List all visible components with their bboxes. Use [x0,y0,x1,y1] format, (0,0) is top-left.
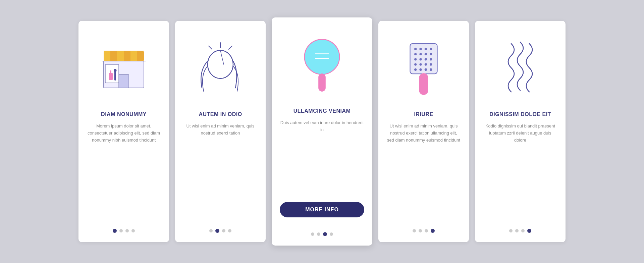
card-3-title: ULLAMCING VENIAM [293,108,351,114]
svg-point-22 [414,48,417,50]
store-icon [97,41,151,95]
more-info-button[interactable]: MORE INFO [280,202,364,217]
svg-point-26 [414,53,417,55]
svg-point-32 [425,58,427,60]
card-1-desc: Morem ipsum dolor sit amet, consectetuer… [87,123,161,222]
dot-2 [119,229,123,232]
card-4-title: IRIURE [414,111,433,117]
svg-point-25 [430,48,432,50]
card-3-desc: Duis autem vel eum iriure dolor in hendr… [280,119,364,195]
svg-point-23 [419,48,422,50]
dot-4 [431,229,435,233]
card-1-icon-area [87,31,161,105]
card-2-title: AUTEM IN ODIO [199,111,242,117]
waves-icon [500,38,540,98]
svg-rect-2 [104,51,110,61]
dot-2 [515,229,519,232]
card-5-icon-area [483,31,557,105]
card-5-desc: Kodio dignissim qui blandit praesent lup… [483,123,557,222]
svg-line-15 [209,46,212,49]
dot-3 [425,229,428,232]
svg-point-11 [114,69,117,72]
cards-container: DIAM NONUMMY Morem ipsum dolor sit amet,… [0,4,644,259]
card-ullamcing-veniam: ULLAMCING VENIAM Duis autem vel eum iriu… [272,17,372,246]
card-autem-in-odio: AUTEM IN ODIO Ut wisi enim ad minim veni… [175,21,266,242]
dot-1 [209,229,213,232]
svg-rect-42 [419,73,428,95]
card-iriure: IRIURE Ut wisi enim ad minim veniam, qui… [378,21,469,242]
dot-4 [131,229,135,232]
svg-point-24 [425,48,427,50]
dot-3 [125,229,129,232]
dot-1 [509,229,513,232]
card-5-title: DIGNISSIM DOLOE EIT [489,111,551,117]
svg-rect-9 [110,70,111,74]
card-4-desc: Ut wisi enim ad minim veniam, quis nostr… [386,123,461,222]
dot-3 [222,229,225,232]
card-5-dots [509,229,531,233]
svg-rect-3 [117,51,124,61]
dot-2 [317,232,320,236]
dot-2 [419,229,422,232]
svg-point-31 [419,58,422,60]
wig-icon [195,41,246,95]
card-4-dots [413,229,435,233]
svg-line-14 [229,46,232,49]
card-2-icon-area [183,31,258,105]
svg-point-29 [430,53,432,55]
svg-rect-21 [410,44,437,74]
svg-rect-4 [130,51,137,61]
svg-point-28 [425,53,427,55]
svg-point-27 [419,53,422,55]
dot-4 [228,229,231,232]
card-4-icon-area [386,31,461,105]
svg-rect-6 [119,74,129,88]
svg-point-41 [430,68,432,71]
svg-point-40 [425,68,427,71]
card-3-dots [311,232,333,236]
card-2-dots [209,229,231,233]
card-dignissim-doloe-eit: DIGNISSIM DOLOE EIT Kodio dignissim qui … [475,21,566,242]
card-3-icon-area [280,28,364,101]
card-2-desc: Ut wisi enim ad minim veniam, quis nostr… [183,123,258,222]
dot-1 [311,232,314,236]
svg-point-38 [414,68,417,71]
svg-point-16 [208,50,233,78]
dot-1 [113,229,117,233]
svg-point-35 [419,63,422,66]
svg-point-30 [414,58,417,60]
svg-point-34 [414,63,417,66]
dot-3 [521,229,525,232]
dot-1 [413,229,416,232]
svg-rect-8 [109,73,113,80]
svg-point-36 [425,63,427,66]
card-diam-nonummy: DIAM NONUMMY Morem ipsum dolor sit amet,… [78,21,169,242]
svg-rect-20 [318,73,326,92]
svg-point-33 [430,58,432,60]
svg-point-39 [419,68,422,71]
dot-4 [330,232,333,236]
svg-point-17 [305,39,339,74]
hairbrush-icon [402,38,445,98]
card-1-title: DIAM NONUMMY [101,111,147,117]
mirror-icon [299,34,345,95]
svg-point-37 [430,63,432,66]
card-1-dots [113,229,135,233]
dot-3 [323,232,327,236]
dot-4 [527,229,531,233]
dot-2 [215,229,219,233]
